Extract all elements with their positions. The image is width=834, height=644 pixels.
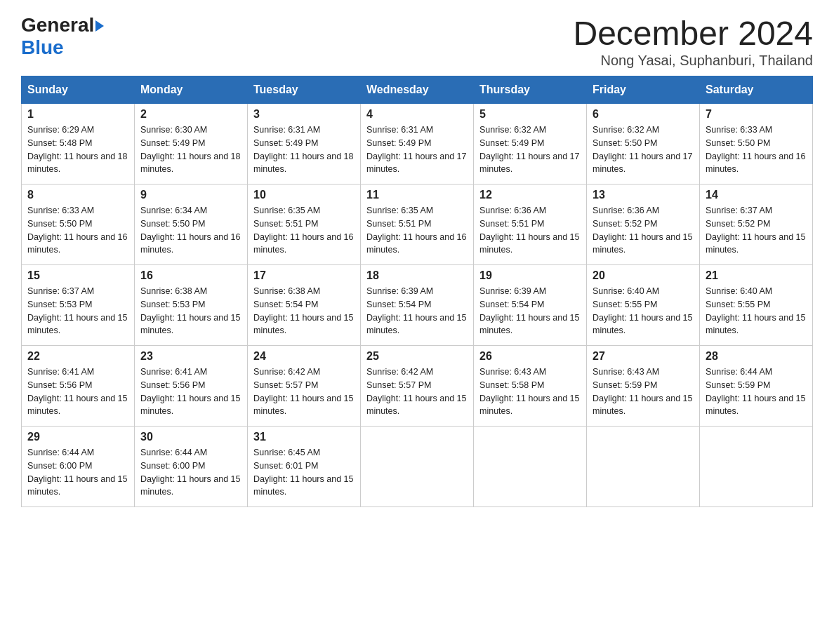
calendar-cell [474,427,587,507]
day-number: 11 [366,189,468,201]
day-info: Sunrise: 6:29 AMSunset: 5:48 PMDaylight:… [27,123,128,176]
header-monday: Monday [135,76,248,104]
location-title: Nong Yasai, Suphanburi, Thailand [573,53,813,69]
day-info: Sunrise: 6:33 AMSunset: 5:50 PMDaylight:… [27,204,128,257]
day-info: Sunrise: 6:34 AMSunset: 5:50 PMDaylight:… [140,204,241,257]
logo-arrow-icon [95,20,104,32]
day-info: Sunrise: 6:40 AMSunset: 5:55 PMDaylight:… [593,285,694,337]
day-info: Sunrise: 6:37 AMSunset: 5:52 PMDaylight:… [706,204,807,257]
calendar-cell: 16Sunrise: 6:38 AMSunset: 5:53 PMDayligh… [135,265,248,346]
day-number: 21 [706,269,807,282]
day-number: 2 [140,108,241,121]
calendar-cell: 15Sunrise: 6:37 AMSunset: 5:53 PMDayligh… [22,265,135,346]
day-number: 29 [27,431,128,443]
day-info: Sunrise: 6:30 AMSunset: 5:49 PMDaylight:… [140,123,241,176]
calendar-cell: 27Sunrise: 6:43 AMSunset: 5:59 PMDayligh… [587,346,700,427]
day-info: Sunrise: 6:31 AMSunset: 5:49 PMDaylight:… [366,123,468,176]
day-number: 31 [253,431,355,443]
calendar-cell: 29Sunrise: 6:44 AMSunset: 6:00 PMDayligh… [22,427,135,507]
day-info: Sunrise: 6:45 AMSunset: 6:01 PMDaylight:… [253,446,355,499]
day-info: Sunrise: 6:44 AMSunset: 6:00 PMDaylight:… [27,446,128,499]
calendar-cell: 31Sunrise: 6:45 AMSunset: 6:01 PMDayligh… [248,427,361,507]
day-info: Sunrise: 6:37 AMSunset: 5:53 PMDaylight:… [27,285,128,337]
day-number: 8 [27,189,128,201]
calendar-cell: 17Sunrise: 6:38 AMSunset: 5:54 PMDayligh… [248,265,361,346]
day-number: 20 [593,269,694,282]
day-info: Sunrise: 6:38 AMSunset: 5:54 PMDaylight:… [253,285,355,337]
day-info: Sunrise: 6:42 AMSunset: 5:57 PMDaylight:… [253,365,355,418]
title-area: December 2024 Nong Yasai, Suphanburi, Th… [573,14,813,69]
logo: General Blue [21,14,104,59]
day-info: Sunrise: 6:36 AMSunset: 5:52 PMDaylight:… [593,204,694,257]
day-info: Sunrise: 6:35 AMSunset: 5:51 PMDaylight:… [253,204,355,257]
day-number: 14 [706,189,807,201]
day-number: 9 [140,189,241,201]
calendar-cell: 5Sunrise: 6:32 AMSunset: 5:49 PMDaylight… [474,104,587,185]
week-row-5: 29Sunrise: 6:44 AMSunset: 6:00 PMDayligh… [22,427,813,507]
calendar-cell: 25Sunrise: 6:42 AMSunset: 5:57 PMDayligh… [361,346,474,427]
calendar-cell: 10Sunrise: 6:35 AMSunset: 5:51 PMDayligh… [248,185,361,265]
week-row-1: 1Sunrise: 6:29 AMSunset: 5:48 PMDaylight… [22,104,813,185]
day-number: 17 [253,269,355,282]
calendar-cell: 30Sunrise: 6:44 AMSunset: 6:00 PMDayligh… [135,427,248,507]
calendar-table: SundayMondayTuesdayWednesdayThursdayFrid… [21,76,813,507]
page-header: General Blue December 2024 Nong Yasai, S… [21,14,813,69]
calendar-header-row: SundayMondayTuesdayWednesdayThursdayFrid… [22,76,813,104]
header-sunday: Sunday [22,76,135,104]
header-wednesday: Wednesday [361,76,474,104]
logo-blue-text: Blue [21,36,64,58]
calendar-cell [361,427,474,507]
calendar-cell: 6Sunrise: 6:32 AMSunset: 5:50 PMDaylight… [587,104,700,185]
day-number: 24 [253,350,355,363]
day-info: Sunrise: 6:42 AMSunset: 5:57 PMDaylight:… [366,365,468,418]
header-thursday: Thursday [474,76,587,104]
month-title: December 2024 [573,14,813,53]
calendar-cell: 13Sunrise: 6:36 AMSunset: 5:52 PMDayligh… [587,185,700,265]
day-number: 22 [27,350,128,363]
day-number: 12 [479,189,581,201]
day-info: Sunrise: 6:31 AMSunset: 5:49 PMDaylight:… [253,123,355,176]
calendar-cell: 8Sunrise: 6:33 AMSunset: 5:50 PMDaylight… [22,185,135,265]
day-number: 1 [27,108,128,121]
day-number: 16 [140,269,241,282]
day-number: 15 [27,269,128,282]
day-info: Sunrise: 6:43 AMSunset: 5:59 PMDaylight:… [593,365,694,418]
day-number: 6 [593,108,694,121]
day-info: Sunrise: 6:41 AMSunset: 5:56 PMDaylight:… [140,365,241,418]
day-number: 23 [140,350,241,363]
calendar-cell: 24Sunrise: 6:42 AMSunset: 5:57 PMDayligh… [248,346,361,427]
calendar-cell: 20Sunrise: 6:40 AMSunset: 5:55 PMDayligh… [587,265,700,346]
day-number: 30 [140,431,241,443]
calendar-cell: 11Sunrise: 6:35 AMSunset: 5:51 PMDayligh… [361,185,474,265]
week-row-2: 8Sunrise: 6:33 AMSunset: 5:50 PMDaylight… [22,185,813,265]
day-info: Sunrise: 6:43 AMSunset: 5:58 PMDaylight:… [479,365,581,418]
day-info: Sunrise: 6:39 AMSunset: 5:54 PMDaylight:… [366,285,468,337]
day-info: Sunrise: 6:44 AMSunset: 5:59 PMDaylight:… [706,365,807,418]
day-info: Sunrise: 6:39 AMSunset: 5:54 PMDaylight:… [479,285,581,337]
day-number: 19 [479,269,581,282]
day-info: Sunrise: 6:36 AMSunset: 5:51 PMDaylight:… [479,204,581,257]
week-row-4: 22Sunrise: 6:41 AMSunset: 5:56 PMDayligh… [22,346,813,427]
day-number: 28 [706,350,807,363]
day-number: 18 [366,269,468,282]
calendar-cell: 3Sunrise: 6:31 AMSunset: 5:49 PMDaylight… [248,104,361,185]
day-number: 7 [706,108,807,121]
header-saturday: Saturday [700,76,813,104]
calendar-cell [587,427,700,507]
day-number: 5 [479,108,581,121]
calendar-cell: 4Sunrise: 6:31 AMSunset: 5:49 PMDaylight… [361,104,474,185]
day-info: Sunrise: 6:35 AMSunset: 5:51 PMDaylight:… [366,204,468,257]
day-number: 3 [253,108,355,121]
day-number: 4 [366,108,468,121]
calendar-cell: 12Sunrise: 6:36 AMSunset: 5:51 PMDayligh… [474,185,587,265]
day-info: Sunrise: 6:33 AMSunset: 5:50 PMDaylight:… [706,123,807,176]
day-number: 26 [479,350,581,363]
week-row-3: 15Sunrise: 6:37 AMSunset: 5:53 PMDayligh… [22,265,813,346]
calendar-cell: 1Sunrise: 6:29 AMSunset: 5:48 PMDaylight… [22,104,135,185]
calendar-cell: 21Sunrise: 6:40 AMSunset: 5:55 PMDayligh… [700,265,813,346]
calendar-cell: 2Sunrise: 6:30 AMSunset: 5:49 PMDaylight… [135,104,248,185]
header-tuesday: Tuesday [248,76,361,104]
calendar-cell: 23Sunrise: 6:41 AMSunset: 5:56 PMDayligh… [135,346,248,427]
calendar-cell: 22Sunrise: 6:41 AMSunset: 5:56 PMDayligh… [22,346,135,427]
day-number: 13 [593,189,694,201]
